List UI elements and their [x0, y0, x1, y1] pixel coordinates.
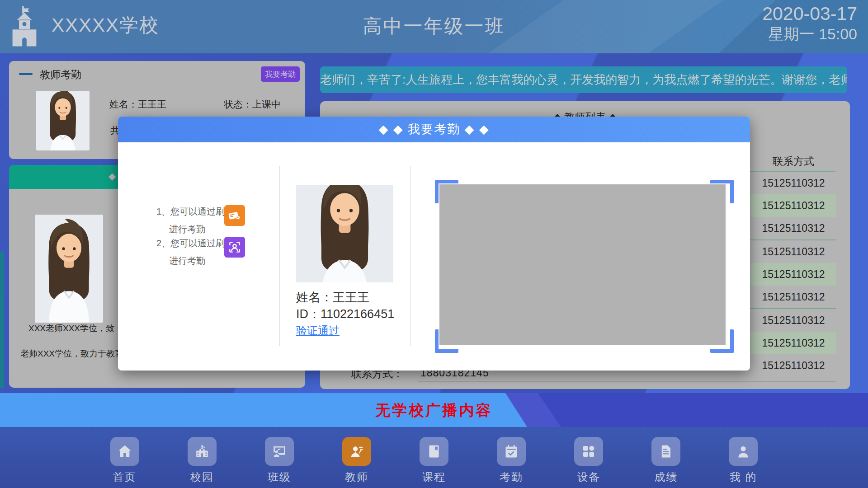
camera-corner-bracket	[710, 329, 734, 353]
contact-cell: 15125110312	[750, 354, 836, 377]
teacher-status: 状态：上课中	[224, 98, 281, 111]
nav-item-device[interactable]: 设备	[550, 427, 627, 488]
camera-corner-bracket	[710, 180, 734, 203]
teacher-photo	[36, 91, 90, 150]
nav-item-attendance[interactable]: 考勤	[473, 427, 550, 488]
title-dash-icon	[19, 73, 33, 75]
nav-item-teacher[interactable]: 教师	[318, 427, 395, 488]
contact-cell: 15125110312	[750, 286, 836, 309]
teacher-icon	[342, 437, 371, 466]
contact-column: 联系方式 15125110312 15125110312 15125110312…	[750, 152, 836, 377]
device-icon	[574, 437, 603, 466]
camera-corner-bracket	[435, 180, 458, 203]
contact-cell: 15125110312	[750, 217, 836, 240]
attend-button[interactable]: 我要考勤	[261, 66, 300, 82]
camera-preview-area	[439, 184, 726, 345]
nav-item-home[interactable]: 首页	[86, 427, 163, 488]
attendance-icon	[497, 437, 526, 466]
nav-item-mine[interactable]: 我 的	[705, 427, 782, 488]
contact-cell: 15125110312	[750, 263, 836, 286]
camera-corner-bracket	[435, 329, 458, 353]
class-icon	[265, 437, 294, 466]
instruction-2-line1: 2、您可以通过刷脸	[156, 237, 234, 249]
face-scan-icon	[224, 237, 245, 258]
nav-item-campus[interactable]: 校园	[163, 427, 241, 488]
profile-text-line1: XXX老师XXX学位，致	[28, 323, 114, 334]
profile-text-line2: 老师XXX学位，致力于教育	[20, 348, 123, 360]
teacher-name: 姓名：王王王	[109, 98, 166, 111]
broadcast-text: 无学校广播内容	[0, 393, 868, 427]
smart-class-board-screen: XXXXX学校 高中一年级一班 2020-03-17 星期一 15:00 教师考…	[0, 0, 868, 488]
class-name: 高中一年级一班	[0, 14, 868, 39]
home-icon	[110, 437, 139, 466]
divider-line	[418, 381, 836, 382]
contact-cell: 15125110312	[750, 194, 836, 217]
broadcast-strip: 无学校广播内容	[0, 393, 868, 427]
date-text: 2020-03-17	[762, 3, 857, 24]
contact-column-header: 联系方式	[750, 152, 836, 171]
nav-item-course[interactable]: 课程	[395, 427, 472, 488]
verify-passed-link[interactable]: 验证通过	[296, 324, 340, 338]
verified-name: 姓名：王王王	[296, 289, 369, 305]
contact-cell: 15125110312	[750, 172, 836, 194]
header: XXXXX学校 高中一年级一班 2020-03-17 星期一 15:00	[0, 0, 868, 53]
modal-title: ◆ ◆ 我要考勤 ◆ ◆	[118, 117, 750, 142]
instruction-1-line2: 进行考勤	[169, 223, 205, 235]
teal-accent-strip	[0, 252, 4, 388]
verified-teacher-photo	[296, 185, 393, 282]
score-icon	[651, 437, 680, 466]
attendance-modal: ◆ ◆ 我要考勤 ◆ ◆ 1、您可以通过刷卡 进行考勤 2、您可以通过刷脸 进行…	[118, 117, 750, 371]
instruction-2-line2: 进行考勤	[169, 255, 205, 267]
campus-icon	[188, 437, 217, 466]
datetime: 2020-03-17 星期一 15:00	[762, 3, 857, 43]
contact-cell: 15125110312	[750, 332, 836, 354]
contact-cell: 15125110312	[750, 309, 836, 332]
nav-item-score[interactable]: 成绩	[627, 427, 705, 488]
instruction-1-line1: 1、您可以通过刷卡	[156, 206, 234, 218]
course-icon	[420, 437, 448, 466]
mine-icon	[729, 437, 758, 466]
weekday-time-text: 星期一 15:00	[762, 24, 857, 43]
panel-title: 教师考勤	[40, 68, 81, 82]
nav-item-class[interactable]: 班级	[241, 427, 318, 488]
contact-cell: 15125110312	[750, 240, 836, 263]
divider-line	[410, 166, 411, 346]
bottom-nav: 首页 校园 班级	[0, 427, 868, 488]
divider-line	[279, 166, 280, 346]
verified-id: ID：11022166451	[296, 306, 394, 322]
card-swipe-icon	[224, 205, 245, 226]
greeting-banner: 老师们，辛苦了:人生旅程上，您丰富我的心灵，开发我的智力，为我点燃了希望的光芒。…	[320, 66, 847, 93]
teacher-portrait	[35, 215, 103, 323]
diamond-icon: ◆	[108, 171, 116, 182]
